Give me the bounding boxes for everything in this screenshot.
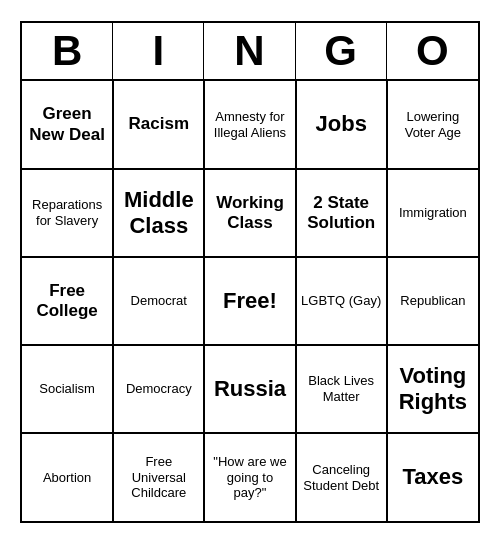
header-letter-n: N: [204, 23, 295, 79]
header-letter-g: G: [296, 23, 387, 79]
bingo-cell-5: Reparations for Slavery: [22, 169, 113, 257]
header-letter-i: I: [113, 23, 204, 79]
bingo-card: BINGO Green New DealRacismAmnesty for Il…: [20, 21, 480, 523]
bingo-cell-9: Immigration: [387, 169, 478, 257]
bingo-cell-10: Free College: [22, 257, 113, 345]
bingo-cell-17: Russia: [204, 345, 295, 433]
bingo-cell-1: Racism: [113, 81, 204, 169]
bingo-cell-3: Jobs: [296, 81, 387, 169]
bingo-cell-23: Canceling Student Debt: [296, 433, 387, 521]
bingo-cell-6: Middle Class: [113, 169, 204, 257]
bingo-cell-11: Democrat: [113, 257, 204, 345]
header-letter-b: B: [22, 23, 113, 79]
bingo-cell-0: Green New Deal: [22, 81, 113, 169]
bingo-cell-4: Lowering Voter Age: [387, 81, 478, 169]
bingo-cell-24: Taxes: [387, 433, 478, 521]
bingo-cell-8: 2 State Solution: [296, 169, 387, 257]
bingo-header: BINGO: [22, 23, 478, 81]
bingo-cell-14: Republican: [387, 257, 478, 345]
header-letter-o: O: [387, 23, 478, 79]
bingo-cell-22: "How are we going to pay?": [204, 433, 295, 521]
bingo-cell-15: Socialism: [22, 345, 113, 433]
bingo-cell-20: Abortion: [22, 433, 113, 521]
bingo-cell-16: Democracy: [113, 345, 204, 433]
bingo-cell-2: Amnesty for Illegal Aliens: [204, 81, 295, 169]
bingo-cell-13: LGBTQ (Gay): [296, 257, 387, 345]
bingo-cell-12: Free!: [204, 257, 295, 345]
bingo-cell-21: Free Universal Childcare: [113, 433, 204, 521]
bingo-cell-18: Black Lives Matter: [296, 345, 387, 433]
bingo-grid: Green New DealRacismAmnesty for Illegal …: [22, 81, 478, 521]
bingo-cell-19: Voting Rights: [387, 345, 478, 433]
bingo-cell-7: Working Class: [204, 169, 295, 257]
